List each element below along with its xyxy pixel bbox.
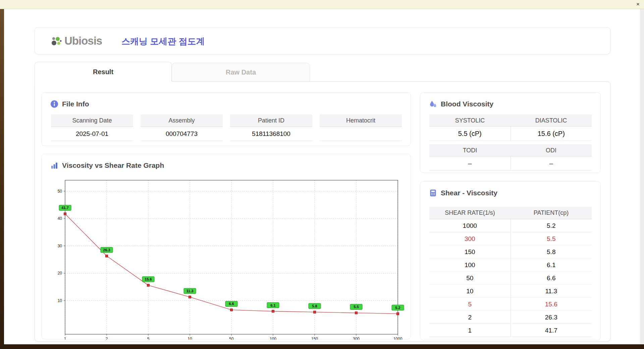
field-hematocrit: Hematocrit	[320, 114, 402, 141]
tab-raw-data-label: Raw Data	[226, 68, 256, 76]
svg-text:5: 5	[147, 337, 150, 340]
divider	[429, 141, 592, 144]
shear-rate-cell: 1000	[429, 219, 511, 232]
file-info-title: File Info	[62, 100, 89, 108]
svg-text:1000: 1000	[393, 337, 402, 340]
table-row: 100 6.1	[429, 258, 592, 271]
patient-cell: 5.2	[511, 219, 592, 232]
app-window: Ubiosis 스캐닝 모세관 점도계 Result Raw Data File…	[4, 9, 640, 344]
close-icon[interactable]: ×	[636, 1, 640, 8]
patient-cell: 5.8	[511, 245, 592, 258]
file-info-header: File Info	[50, 100, 89, 108]
logo-leaf-icon	[50, 34, 63, 48]
field-value: 000704773	[141, 127, 223, 141]
diastolic-value: 15.6 (cP)	[511, 127, 592, 140]
svg-text:300: 300	[353, 337, 360, 340]
shear-rate-cell: 2	[429, 311, 511, 323]
tab-result-label: Result	[93, 68, 113, 76]
logo-text: Ubiosis	[64, 35, 102, 47]
viscosity-shear-chart: 12510501001503001000102030405041.726.315…	[42, 154, 411, 340]
bv-value-row: 5.5 (cP) 15.6 (cP)	[429, 127, 592, 141]
calculator-icon	[429, 189, 437, 197]
bv-value-row: – –	[429, 156, 592, 170]
shear-rate-cell: 150	[429, 245, 511, 258]
systolic-value: 5.5 (cP)	[429, 127, 511, 140]
shear-rate-cell: 5	[429, 298, 511, 310]
bv-header-row: TODI ODI	[429, 144, 592, 156]
shear-rate-cell: 100	[429, 258, 511, 271]
shear-rate-cell: 1	[429, 324, 511, 337]
svg-text:1: 1	[64, 337, 66, 340]
field-label: Scanning Date	[51, 114, 133, 127]
info-icon	[50, 100, 58, 108]
table-row: 50 6.6	[429, 271, 592, 285]
svg-text:50: 50	[229, 337, 234, 340]
svg-text:5.8: 5.8	[312, 304, 317, 308]
table-row: 150 5.8	[429, 245, 592, 258]
svg-text:100: 100	[270, 337, 276, 340]
patient-cell: 15.6	[511, 298, 592, 310]
patient-column-header: PATIENT(cp)	[511, 207, 592, 219]
diastolic-label: DIASTOLIC	[511, 114, 592, 126]
graph-card: Viscosity vs Shear Rate Graph 1251050100…	[41, 154, 411, 339]
field-value: 2025-07-01	[51, 127, 133, 141]
tab-result[interactable]: Result	[35, 62, 172, 82]
svg-text:5.2: 5.2	[395, 306, 400, 310]
shear-viscosity-table: SHEAR RATE(1/s) PATIENT(cp) 1000 5.2 300…	[429, 207, 592, 337]
window-titlebar: ×	[0, 0, 644, 9]
field-label: Patient ID	[230, 114, 312, 127]
svg-text:5.5: 5.5	[354, 305, 359, 309]
svg-text:50: 50	[58, 189, 62, 194]
svg-text:10: 10	[58, 298, 62, 303]
field-patient-id: Patient ID 51811368100	[230, 114, 312, 141]
result-panel: File Info Scanning Date 2025-07-01 Assem…	[35, 81, 610, 342]
patient-cell: 6.6	[511, 271, 592, 284]
table-row: 1 41.7	[429, 324, 592, 337]
svg-text:41.7: 41.7	[61, 206, 68, 210]
svg-text:20: 20	[58, 271, 62, 276]
table-row-highlight: 300 5.5	[429, 232, 592, 245]
field-assembly: Assembly 000704773	[141, 114, 223, 141]
odi-value: –	[511, 156, 592, 170]
svg-text:40: 40	[58, 216, 62, 221]
odi-label: ODI	[511, 144, 592, 156]
app-title: 스캐닝 모세관 점도계	[121, 36, 205, 47]
scrollbar-track[interactable]	[640, 9, 644, 344]
blood-viscosity-table: SYSTOLIC DIASTOLIC 5.5 (cP) 15.6 (cP) TO…	[429, 114, 592, 170]
field-value: 51811368100	[230, 127, 312, 141]
ubiosis-logo: Ubiosis	[50, 34, 102, 48]
sv-header-row: SHEAR RATE(1/s) PATIENT(cp)	[429, 207, 592, 219]
field-label: Assembly	[141, 114, 223, 127]
file-info-fields: Scanning Date 2025-07-01 Assembly 000704…	[51, 114, 402, 141]
svg-text:11.3: 11.3	[186, 289, 194, 293]
shear-viscosity-header: Shear - Viscosity	[429, 189, 497, 197]
tab-raw-data[interactable]: Raw Data	[172, 63, 310, 81]
svg-text:6.1: 6.1	[270, 303, 275, 307]
file-info-card: File Info Scanning Date 2025-07-01 Assem…	[41, 92, 411, 146]
field-label: Hematocrit	[320, 114, 402, 127]
svg-text:150: 150	[311, 337, 318, 340]
patient-cell: 26.3	[511, 311, 592, 323]
field-value	[320, 127, 402, 141]
svg-text:6.6: 6.6	[229, 302, 234, 306]
shear-viscosity-card: Shear - Viscosity SHEAR RATE(1/s) PATIEN…	[420, 181, 601, 340]
table-row: 10 11.3	[429, 285, 592, 298]
svg-text:26.3: 26.3	[103, 248, 110, 252]
shear-rate-column-header: SHEAR RATE(1/s)	[429, 207, 511, 219]
svg-text:10: 10	[187, 337, 192, 340]
patient-cell: 5.5	[511, 232, 592, 245]
blood-viscosity-card: Blood Viscosity SYSTOLIC DIASTOLIC 5.5 (…	[420, 92, 601, 173]
shear-rate-cell: 300	[429, 232, 511, 245]
app-header: Ubiosis 스캐닝 모세관 점도계	[35, 27, 610, 54]
droplets-icon	[429, 100, 437, 108]
shear-viscosity-title: Shear - Viscosity	[441, 189, 497, 197]
table-row-highlight: 5 15.6	[429, 298, 592, 311]
svg-text:2: 2	[106, 337, 108, 340]
todi-label: TODI	[429, 144, 511, 156]
patient-cell: 41.7	[511, 324, 592, 337]
bv-header-row: SYSTOLIC DIASTOLIC	[429, 114, 592, 127]
svg-text:30: 30	[58, 244, 62, 248]
patient-cell: 6.1	[511, 258, 592, 271]
systolic-label: SYSTOLIC	[429, 114, 511, 126]
table-row: 2 26.3	[429, 311, 592, 324]
